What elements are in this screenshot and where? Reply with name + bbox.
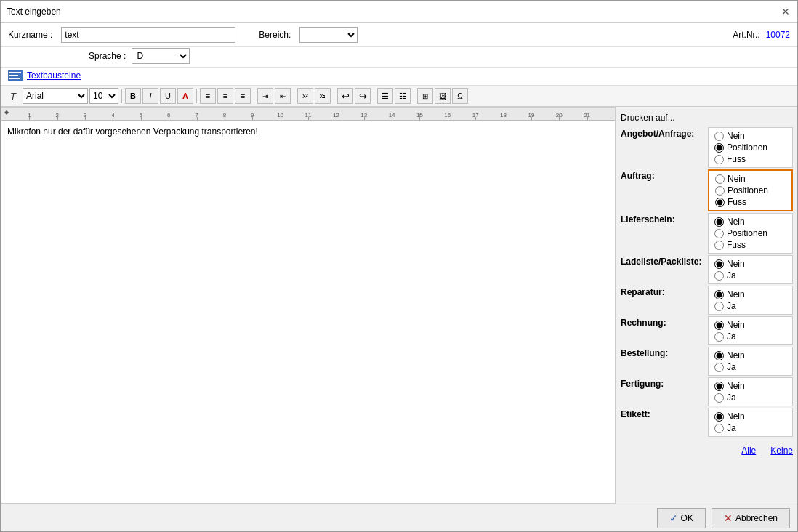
radio-item-angebot-nein[interactable]: Nein	[714, 131, 786, 141]
align-center-button[interactable]: ≡	[217, 88, 233, 104]
bereich-select[interactable]	[299, 27, 358, 43]
radio-ladeliste-ja[interactable]	[714, 271, 724, 281]
toolbar-sep-2	[196, 89, 197, 103]
radio-item-auftrag-nein[interactable]: Nein	[715, 174, 786, 184]
radio-lieferschein-fuss[interactable]	[714, 241, 724, 250]
radio-fertigung-ja[interactable]	[714, 393, 724, 403]
radio-fertigung-nein[interactable]	[714, 382, 724, 391]
radio-item-bestellung-nein[interactable]: Nein	[714, 350, 786, 360]
radio-auftrag-positionen[interactable]	[715, 186, 725, 196]
radio-angebot-positionen[interactable]	[714, 143, 724, 153]
font-select[interactable]: Arial	[23, 88, 88, 104]
radio-item-bestellung-ja[interactable]: Ja	[714, 362, 786, 372]
section-label-ladeliste: Ladeliste/Packliste:	[621, 255, 708, 267]
radio-item-lieferschein-positionen[interactable]: Positionen	[714, 228, 786, 238]
title-bar: Text eingeben ✕	[1, 1, 797, 23]
radio-lieferschein-nein[interactable]	[714, 217, 724, 227]
radio-item-lieferschein-nein[interactable]: Nein	[714, 217, 786, 227]
section-row-ladeliste: Ladeliste/Packliste:NeinJa	[621, 255, 793, 284]
font-color-button[interactable]: A	[177, 88, 193, 104]
radio-group-etikett: NeinJa	[708, 408, 793, 437]
subscript-button[interactable]: x₂	[315, 88, 331, 104]
radio-etikett-ja[interactable]	[714, 424, 724, 433]
radio-bestellung-nein[interactable]	[714, 351, 724, 360]
ruler-handle[interactable]: ◆	[4, 109, 9, 116]
radio-reparatur-ja[interactable]	[714, 302, 724, 311]
sprache-select[interactable]: D	[132, 48, 190, 64]
radio-angebot-nein[interactable]	[714, 132, 724, 141]
outdent-button[interactable]: ⇤	[275, 88, 291, 104]
radio-angebot-fuss[interactable]	[714, 155, 724, 164]
redo-button[interactable]: ↪	[355, 88, 371, 104]
section-row-lieferschein: Lieferschein:NeinPositionenFuss	[621, 213, 793, 254]
window-title: Text eingeben	[7, 7, 61, 17]
radio-reparatur-nein[interactable]	[714, 290, 724, 299]
radio-item-etikett-nein[interactable]: Nein	[714, 411, 786, 422]
radio-bestellung-ja[interactable]	[714, 363, 724, 372]
editor-content[interactable]: Mikrofon nur der dafür vorgesehenen Verp…	[1, 121, 615, 503]
superscript-button[interactable]: x²	[297, 88, 313, 104]
section-label-rechnung: Rechnung:	[621, 316, 708, 328]
radio-lieferschein-positionen[interactable]	[714, 229, 724, 238]
radio-item-rechnung-ja[interactable]: Ja	[714, 331, 786, 342]
radio-item-auftrag-positionen[interactable]: Positionen	[715, 185, 786, 196]
radio-item-reparatur-ja[interactable]: Ja	[714, 301, 786, 311]
radio-item-auftrag-fuss[interactable]: Fuss	[715, 197, 786, 207]
section-label-reparatur: Reparatur:	[621, 286, 708, 297]
kurzname-label: Kurzname :	[8, 30, 52, 40]
textbausteine-link[interactable]: Textbausteine	[27, 70, 81, 81]
radio-group-angebot: NeinPositionenFuss	[708, 127, 793, 168]
radio-item-fertigung-nein[interactable]: Nein	[714, 381, 786, 391]
radio-label-auftrag-nein: Nein	[728, 174, 746, 184]
bereich-label: Bereich:	[259, 30, 291, 40]
radio-rechnung-nein[interactable]	[714, 321, 724, 330]
section-row-bestellung: Bestellung:NeinJa	[621, 347, 793, 376]
align-left-button[interactable]: ≡	[200, 88, 216, 104]
ok-button[interactable]: ✓ OK	[657, 508, 706, 528]
radio-label-lieferschein-fuss: Fuss	[727, 240, 746, 250]
radio-item-lieferschein-fuss[interactable]: Fuss	[714, 240, 786, 250]
radio-label-etikett-nein: Nein	[727, 411, 745, 422]
radio-etikett-nein[interactable]	[714, 412, 724, 422]
radio-item-etikett-ja[interactable]: Ja	[714, 423, 786, 433]
radio-group-lieferschein: NeinPositionenFuss	[708, 213, 793, 254]
radio-ladeliste-nein[interactable]	[714, 259, 724, 269]
underline-button[interactable]: U	[160, 88, 176, 104]
bold-button[interactable]: B	[125, 88, 141, 104]
radio-item-ladeliste-nein[interactable]: Nein	[714, 259, 786, 269]
radio-item-fertigung-ja[interactable]: Ja	[714, 392, 786, 403]
header-row-2: Sprache : D	[1, 47, 797, 68]
radio-item-rechnung-nein[interactable]: Nein	[714, 320, 786, 330]
image-button[interactable]: 🖼	[435, 88, 451, 104]
italic-button[interactable]: I	[142, 88, 158, 104]
radio-auftrag-nein[interactable]	[715, 174, 725, 184]
radio-item-ladeliste-ja[interactable]: Ja	[714, 270, 786, 281]
radio-label-angebot-positionen: Positionen	[727, 142, 767, 153]
radio-label-ladeliste-ja: Ja	[727, 270, 736, 281]
font-size-select[interactable]: 10	[89, 88, 118, 104]
abbrechen-button[interactable]: ✕ Abbrechen	[712, 508, 790, 528]
radio-group-bestellung: NeinJa	[708, 347, 793, 376]
textbausteine-icon	[8, 70, 23, 81]
keine-link[interactable]: Keine	[770, 446, 793, 456]
radio-rechnung-ja[interactable]	[714, 332, 724, 342]
indent-button[interactable]: ⇥	[257, 88, 273, 104]
special-char-button[interactable]: Ω	[452, 88, 468, 104]
bullet-list-button[interactable]: ☰	[377, 88, 393, 104]
undo-button[interactable]: ↩	[337, 88, 353, 104]
align-right-button[interactable]: ≡	[235, 88, 251, 104]
radio-group-auftrag: NeinPositionenFuss	[708, 169, 793, 211]
close-button[interactable]: ✕	[780, 6, 791, 17]
radio-item-reparatur-nein[interactable]: Nein	[714, 289, 786, 299]
alle-link[interactable]: Alle	[741, 446, 756, 456]
kurzname-input[interactable]	[61, 27, 235, 43]
ruler: ◆ (function() { const ruler = document.q…	[1, 108, 615, 121]
ok-checkmark-icon: ✓	[669, 512, 678, 524]
radio-item-angebot-positionen[interactable]: Positionen	[714, 142, 786, 153]
radio-label-angebot-nein: Nein	[727, 131, 745, 141]
radio-item-angebot-fuss[interactable]: Fuss	[714, 154, 786, 164]
section-label-bestellung: Bestellung:	[621, 347, 708, 358]
table-button[interactable]: ⊞	[417, 88, 433, 104]
radio-auftrag-fuss[interactable]	[715, 198, 725, 207]
numbered-list-button[interactable]: ☷	[395, 88, 411, 104]
